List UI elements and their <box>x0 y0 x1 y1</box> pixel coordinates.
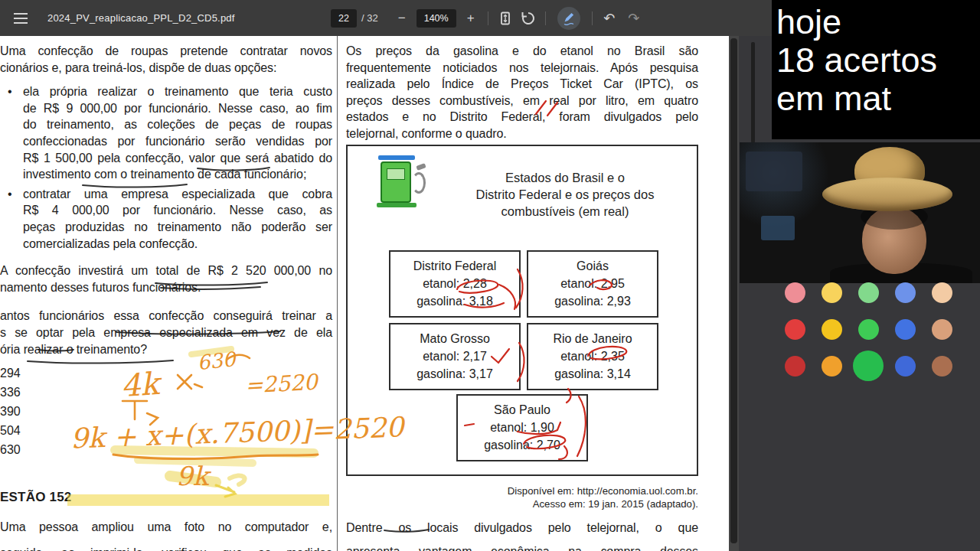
toolbar-divider <box>592 11 593 25</box>
text-line: preços desses combustíveis, em real por … <box>346 93 698 109</box>
bullet-item: • ela própria realizar o treinamento que… <box>0 83 332 183</box>
document-title: 2024_PV_reaplicacao_PPL_D2_CD5.pdf <box>47 12 235 24</box>
text-line-clipped: apresenta vantagem econômica na compra d… <box>346 543 698 551</box>
palette-color[interactable] <box>895 319 916 340</box>
left-column: Uma confecção de roupas pretende contrat… <box>0 36 332 551</box>
state-box-goias: Goiás etanol: 2,95 gasolina: 2,93 <box>527 250 658 318</box>
straw-hat-brim <box>822 178 952 211</box>
text-line: ória realizar o treinamento? <box>0 341 332 358</box>
palette-color[interactable] <box>822 356 842 377</box>
paragraph: Os preços da gasolina e do etanol no Bra… <box>346 43 698 142</box>
text-line: s se optar pela empresa especializada em… <box>0 324 332 341</box>
answer-option: 390 <box>0 402 332 421</box>
answer-option: 630 <box>0 440 332 459</box>
toolbar-divider <box>545 11 546 25</box>
text-line: contratar uma empresa especializada que … <box>23 186 332 203</box>
text-line: peças produzidas no treinamento não pode… <box>23 219 332 236</box>
undo-button[interactable]: ↶ <box>601 8 618 28</box>
text-line: telejornal, conforme o quadro. <box>346 126 698 142</box>
webcam-background-shelf <box>746 152 802 191</box>
paragraph: Uma confecção de roupas pretende contrat… <box>0 43 332 76</box>
redo-button[interactable]: ↷ <box>626 8 642 28</box>
palette-color[interactable] <box>895 356 916 377</box>
toolbar-controls: 22 / 32 − 140% + <box>331 0 642 36</box>
question-heading: ESTÃO 152 <box>0 490 332 505</box>
paragraph: antos funcionários essa confecção conseg… <box>0 308 332 357</box>
text-line: Uma confecção de roupas pretende contrat… <box>0 43 332 60</box>
figure-source: Disponível em: http://economia.uol.com.b… <box>346 484 698 510</box>
palette-color[interactable] <box>932 319 952 340</box>
stream-caption: hoje 18 acertos em mat <box>772 0 980 139</box>
bullet-icon: • <box>8 186 12 203</box>
fuel-pump-icon <box>377 155 432 217</box>
palette-color[interactable] <box>822 282 842 303</box>
palette-color[interactable] <box>932 356 952 377</box>
rotate-icon[interactable] <box>520 8 537 28</box>
page-total-label: / 32 <box>361 12 378 24</box>
palette-color[interactable] <box>822 319 842 340</box>
text-line: estados e no Distrito Federal, foram div… <box>346 109 698 126</box>
text-line: de R$ 9 000,00 por funcionário. Nesse ca… <box>23 100 332 117</box>
text-line: Uma pessoa ampliou uma foto no computado… <box>0 519 332 536</box>
browser-scrollbar[interactable] <box>751 42 755 143</box>
answer-options: 294 336 390 504 630 <box>0 364 332 459</box>
bullet-item: • contratar uma empresa especializada qu… <box>0 186 332 252</box>
text-line: Dentre os locais divulgados pelo telejor… <box>346 520 698 536</box>
text-line: namento desses futuros funcionários. <box>0 279 332 296</box>
text-line-clipped: seguida, ao imprimi-la, verificou que as… <box>0 545 332 551</box>
zoom-out-button[interactable]: − <box>394 8 410 28</box>
text-line: cionários e, para treiná-los, dispõe de … <box>0 60 332 77</box>
palette-color[interactable] <box>858 319 879 340</box>
text-line: R$ 4 000,00 por funcionário. Nesse caso,… <box>23 202 332 219</box>
pdf-scrollbar[interactable] <box>729 36 739 551</box>
palette-color[interactable] <box>785 356 805 377</box>
caption-line: 18 acertos <box>776 41 980 80</box>
state-box-rio-de-janeiro: Rio de Janeiro etanol: 2,35 gasolina: 3,… <box>527 323 658 390</box>
answer-option: 294 <box>0 364 332 383</box>
draw-tool-button[interactable] <box>557 7 580 30</box>
state-box-mato-grosso: Mato Grosso etanol: 2,17 gasolina: 3,17 <box>389 323 521 390</box>
toolbar-divider <box>488 11 488 25</box>
text-line: A confecção investirá um total de R$ 2 5… <box>0 262 332 279</box>
pen-icon <box>562 11 576 25</box>
state-box-distrito-federal: Distrito Federal etanol: 2,28 gasolina: … <box>389 250 521 318</box>
page-number-input[interactable]: 22 <box>331 9 357 28</box>
text-line: comercializadas pela confecção. <box>23 236 332 253</box>
screen: 2024_PV_reaplicacao_PPL_D2_CD5.pdf 22 / … <box>0 0 980 551</box>
caption-line: em mat <box>776 80 980 118</box>
webcam-background-item <box>761 216 795 240</box>
column-rule <box>337 36 338 551</box>
paragraph: A confecção investirá um total de R$ 2 5… <box>0 262 332 295</box>
right-column: Os preços da gasolina e do etanol no Bra… <box>346 36 698 551</box>
bullet-icon: • <box>8 83 12 100</box>
text-line: antos funcionários essa confecção conseg… <box>0 308 332 324</box>
color-palette <box>776 274 966 386</box>
caption-line: hoje <box>776 3 980 41</box>
palette-color[interactable] <box>895 282 916 303</box>
text-line: Os preços da gasolina e do etanol no Bra… <box>346 43 698 60</box>
text-line: R$ 1 500,00 pela confecção, valor que se… <box>23 150 332 167</box>
palette-color[interactable] <box>785 319 805 340</box>
text-line: confeccionadas por funcionário serão ven… <box>23 133 332 150</box>
text-line: do treinamento, as coleções de peças de … <box>23 116 332 133</box>
palette-color-selected[interactable] <box>853 350 884 381</box>
palette-color[interactable] <box>932 282 952 303</box>
palette-color[interactable] <box>785 282 805 303</box>
answer-option: 504 <box>0 421 332 440</box>
text-line: realizada pelo Índice de Preços Ticket C… <box>346 76 698 93</box>
state-box-sao-paulo: São Paulo etanol: 1,90 gasolina: 2,70 <box>456 394 588 461</box>
text-line: ela própria realizar o treinamento que t… <box>23 83 332 100</box>
pdf-page: Uma confecção de roupas pretende contrat… <box>0 36 729 551</box>
text-line: investimento com o treinamento de cada f… <box>23 166 332 183</box>
fit-page-icon[interactable] <box>497 8 514 28</box>
webcam-feed <box>740 142 980 283</box>
fuel-prices-figure: Estados do Brasil e o Distrito Federal e… <box>346 145 698 476</box>
text-line: frequentemente noticiados nos telejornai… <box>346 60 698 77</box>
answer-option: 336 <box>0 383 332 402</box>
scrollbar-thumb[interactable] <box>730 38 737 543</box>
figure-title: Estados do Brasil e o Distrito Federal e… <box>446 169 684 220</box>
menu-icon[interactable] <box>12 8 32 28</box>
zoom-in-button[interactable]: + <box>462 8 479 28</box>
palette-color[interactable] <box>858 282 879 303</box>
zoom-level-input[interactable]: 140% <box>416 9 456 28</box>
